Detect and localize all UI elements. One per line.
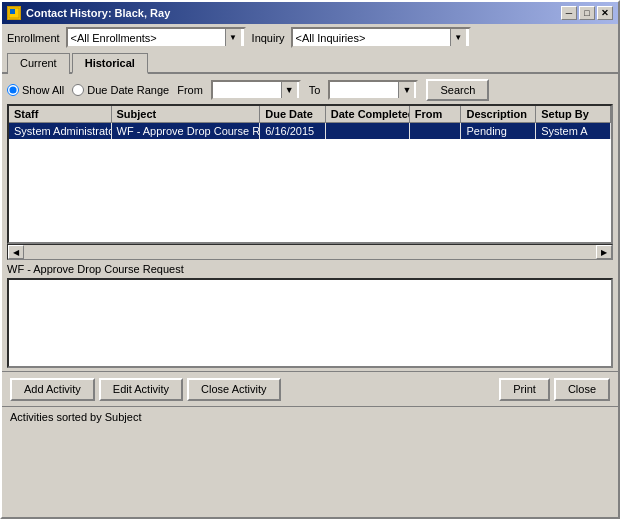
maximize-button[interactable]: □ (579, 6, 595, 20)
enrollment-label: Enrollment (7, 32, 60, 44)
tabs-row: Current Historical (2, 51, 618, 74)
window-icon (7, 6, 21, 20)
edit-activity-button[interactable]: Edit Activity (99, 378, 183, 401)
tab-historical[interactable]: Historical (72, 53, 148, 74)
add-activity-button[interactable]: Add Activity (10, 378, 95, 401)
enrollment-dropdown-arrow: ▼ (225, 29, 241, 46)
col-header-setup-by: Setup By (536, 106, 611, 122)
print-button[interactable]: Print (499, 378, 550, 401)
cell-description: Pending (461, 123, 536, 139)
scroll-right-button[interactable]: ▶ (596, 245, 612, 259)
col-header-description: Description (461, 106, 536, 122)
col-header-date-completed: Date Completed (326, 106, 410, 122)
search-button[interactable]: Search (426, 79, 489, 101)
cell-staff: System Administrator (9, 123, 112, 139)
minimize-button[interactable]: ─ (561, 6, 577, 20)
inquiry-dropdown-arrow: ▼ (450, 29, 466, 46)
scroll-left-button[interactable]: ◀ (8, 245, 24, 259)
to-date-field[interactable]: ▼ (328, 80, 418, 100)
scrollbar-track[interactable] (24, 245, 596, 259)
show-all-radio[interactable] (7, 84, 19, 96)
window-title: Contact History: Black, Ray (26, 7, 170, 19)
filter-row: Show All Due Date Range From ▼ To ▼ Sear… (2, 74, 618, 104)
col-header-subject: Subject (112, 106, 261, 122)
description-label: WF - Approve Drop Course Request (7, 263, 613, 275)
table-header: Staff Subject Due Date Date Completed Fr… (9, 106, 611, 123)
enrollment-value: <All Enrollments> (71, 32, 225, 44)
tab-current[interactable]: Current (7, 53, 70, 74)
svg-rect-1 (10, 9, 15, 14)
show-all-radio-item[interactable]: Show All (7, 84, 64, 96)
from-date-field[interactable]: ▼ (211, 80, 301, 100)
inquiry-value: <All Inquiries> (296, 32, 450, 44)
title-buttons: ─ □ ✕ (561, 6, 613, 20)
title-bar-left: Contact History: Black, Ray (7, 6, 170, 20)
due-date-radio-item[interactable]: Due Date Range (72, 84, 169, 96)
from-label: From (177, 84, 203, 96)
main-window: Contact History: Black, Ray ─ □ ✕ Enroll… (0, 0, 620, 519)
close-activity-button[interactable]: Close Activity (187, 378, 280, 401)
col-header-staff: Staff (9, 106, 112, 122)
toolbar-row: Enrollment <All Enrollments> ▼ Inquiry <… (2, 24, 618, 51)
bottom-right-buttons: Print Close (499, 378, 610, 401)
bottom-bar: Add Activity Edit Activity Close Activit… (2, 371, 618, 406)
cell-subject: WF - Approve Drop Course Request (112, 123, 261, 139)
description-box (7, 278, 613, 368)
cell-from (410, 123, 462, 139)
col-header-from: From (410, 106, 462, 122)
table-row[interactable]: System Administrator WF - Approve Drop C… (9, 123, 611, 139)
from-date-button[interactable]: ▼ (281, 82, 297, 98)
to-date-button[interactable]: ▼ (398, 82, 414, 98)
due-date-radio[interactable] (72, 84, 84, 96)
cell-date-completed (326, 123, 410, 139)
description-section: WF - Approve Drop Course Request (2, 260, 618, 371)
col-header-due-date: Due Date (260, 106, 326, 122)
horizontal-scrollbar[interactable]: ◀ ▶ (7, 244, 613, 260)
bottom-left-buttons: Add Activity Edit Activity Close Activit… (10, 378, 281, 401)
status-bar: Activities sorted by Subject (2, 406, 618, 426)
cell-due-date: 6/16/2015 (260, 123, 326, 139)
table-body: System Administrator WF - Approve Drop C… (9, 123, 611, 242)
title-bar: Contact History: Black, Ray ─ □ ✕ (2, 2, 618, 24)
window-close-button[interactable]: ✕ (597, 6, 613, 20)
inquiry-label: Inquiry (252, 32, 285, 44)
data-table: Staff Subject Due Date Date Completed Fr… (7, 104, 613, 244)
status-text: Activities sorted by Subject (10, 411, 141, 423)
to-label: To (309, 84, 321, 96)
close-button[interactable]: Close (554, 378, 610, 401)
inquiry-dropdown[interactable]: <All Inquiries> ▼ (291, 27, 471, 48)
cell-setup-by: System A (536, 123, 611, 139)
enrollment-dropdown[interactable]: <All Enrollments> ▼ (66, 27, 246, 48)
show-all-label: Show All (22, 84, 64, 96)
due-date-range-label: Due Date Range (87, 84, 169, 96)
